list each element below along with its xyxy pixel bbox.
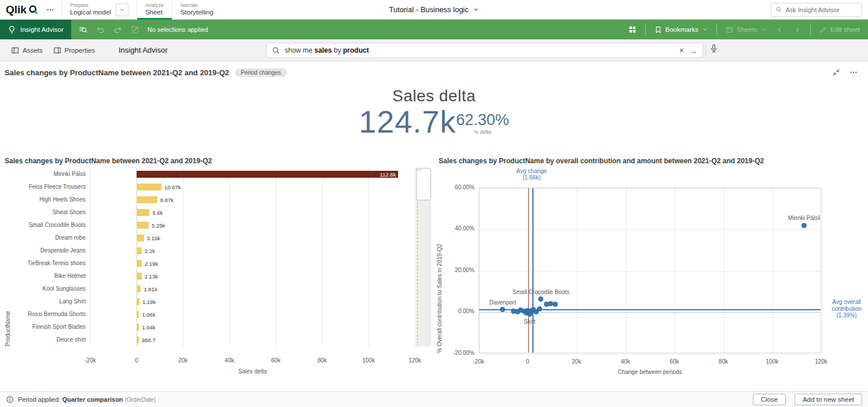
bar-category-label[interactable]: Dream robe [1,232,89,244]
scatter-plot-area[interactable]: DavenportSkirtSmall Crocodile BootsMinnk… [479,188,821,353]
bar-chart-x-axis: -20k020k40k60k80k100k120k [90,357,415,365]
ask-insight-advisor-input[interactable] [785,6,858,13]
bar-value-label: 5.25k [152,223,165,229]
scatter-gridline [577,188,578,353]
bar[interactable] [137,196,157,203]
bar-chart-plot-area[interactable]: 112.8k10.67k8.87k5.6k5.25k3.16k2.2k2.19k… [90,168,415,346]
bar-value-label: 5.6k [153,210,163,216]
bar-category-label[interactable]: Kool Sunglasses [1,283,89,295]
kpi-secondary: 62.30% % delta [456,111,509,135]
global-menu-button[interactable] [46,6,54,14]
bar[interactable] [137,234,144,241]
bar[interactable] [137,222,149,229]
edit-sheet-button[interactable]: Edit sheet [815,20,865,39]
nav-item-storytelling[interactable]: Narrate Storytelling [181,2,214,17]
scatter-gridline [479,229,821,230]
chevron-down-icon [761,27,767,32]
chevron-down-icon [119,7,125,13]
logical-model-dropdown-button[interactable] [116,3,128,16]
previous-sheet-button[interactable] [771,20,789,39]
bar-chart: Sales changes by ProductName between 202… [0,156,434,383]
bar-chart-scrollbar[interactable] [416,168,431,346]
scatter-point[interactable] [553,302,558,307]
show-charts-grid-button[interactable] [624,20,641,39]
bookmarks-button[interactable]: Bookmarks [650,20,713,39]
properties-panel-button[interactable]: Properties [48,43,100,57]
bar[interactable] [137,171,398,178]
clear-query-button[interactable]: × [679,46,684,54]
scatter-x-axis-label: Change between periods [479,369,821,375]
bar[interactable] [137,247,142,254]
bar-gridline [137,168,137,346]
step-forward-button[interactable] [109,20,127,39]
bar[interactable] [137,209,149,216]
selections-search-icon [79,25,87,34]
edit-sheet-label: Edit sheet [830,26,860,33]
insight-advisor-label: Insight Advisor [20,26,64,33]
insight-card: Sales changes by ProductName between 202… [0,61,868,391]
scatter-point[interactable] [801,223,807,228]
bar[interactable] [137,285,141,292]
bar[interactable] [137,184,161,190]
bar[interactable] [137,298,139,305]
y-tick-label: 40.00% [434,225,475,232]
bookmark-icon [654,26,662,34]
collapse-insight-button[interactable] [832,68,840,76]
nav-item-logical-model[interactable]: Prepare Logical model [70,2,111,17]
scrollbar-thumb[interactable] [416,168,431,200]
sheets-button[interactable]: Sheets [721,20,771,39]
nav-item-sheet[interactable]: Analyze Sheet [145,2,164,17]
bar-category-label[interactable]: Desperado Jeans [1,244,89,257]
chevron-down-icon [473,6,479,13]
x-tick-label: 60k [271,357,281,364]
qlik-q-icon [28,5,38,14]
chevron-down-icon [702,27,708,32]
close-button[interactable]: Close [753,394,786,405]
bar-category-label[interactable]: Minnki Pälsii [1,168,89,181]
scatter-point[interactable] [538,296,543,302]
bar-category-label[interactable]: Rossi Bermuda Shorts [1,308,89,321]
properties-panel-icon [53,46,61,54]
submit-query-button[interactable]: → [689,46,697,55]
assets-panel-button[interactable]: Assets [6,43,48,57]
bar[interactable] [137,311,139,318]
y-tick-label: -20.00% [434,350,475,356]
bar-category-label[interactable]: Finnish Sport Blades [1,321,89,333]
scatter-point[interactable] [500,307,505,312]
nav-section-label: Narrate [181,2,214,9]
voice-query-button[interactable] [709,44,718,53]
bar-category-label[interactable]: Small Crocodile Boots [1,219,89,232]
bar-category-label[interactable]: High Heels Shoes [1,193,89,206]
insight-query-box[interactable]: show me sales by product × → [266,43,703,58]
bar-category-label[interactable]: Deuce shirt [1,333,89,346]
bar-category-label[interactable]: Bike Helmet [1,270,89,283]
qlik-logo[interactable]: Qlik [6,3,38,16]
add-to-new-sheet-button[interactable]: Add to new sheet [795,394,862,405]
bar[interactable] [137,273,142,280]
query-text-part: by [332,46,343,54]
x-tick-label: 0 [526,358,529,365]
insight-footer-bar: Period applied: Quarter comparison (Orde… [0,391,868,407]
insight-query-text[interactable]: show me sales by product [285,46,675,54]
collapse-icon [832,68,840,76]
bar-category-label[interactable]: Feiss Fleece Trousers [1,181,89,193]
bar[interactable] [137,260,142,267]
scatter-gridline [822,188,822,353]
bar[interactable] [137,324,139,331]
bar-category-label[interactable]: TieBreak Tennis shoes [1,257,89,270]
bar-category-label[interactable]: Sheat Shoes [1,206,89,219]
selections-search-button[interactable] [75,20,92,39]
avg-contribution-reference-label: Avg overallcontribution(1.39%) [828,299,865,319]
clear-selections-button[interactable] [127,20,144,39]
next-sheet-button[interactable] [789,20,806,39]
kpi-values: 124.7k 62.30% % delta [0,105,868,138]
step-back-button[interactable] [92,20,109,39]
app-title-menu[interactable]: Tutorial - Business logic [389,5,479,14]
insight-more-options-button[interactable] [849,68,858,76]
bar-category-label[interactable]: Lang Shirt [1,295,89,308]
bar[interactable] [137,336,139,343]
more-dots-icon [46,6,54,14]
scatter-point[interactable] [537,306,542,311]
bar-gridline [183,168,183,346]
insight-advisor-button[interactable]: Insight Advisor [0,20,71,39]
